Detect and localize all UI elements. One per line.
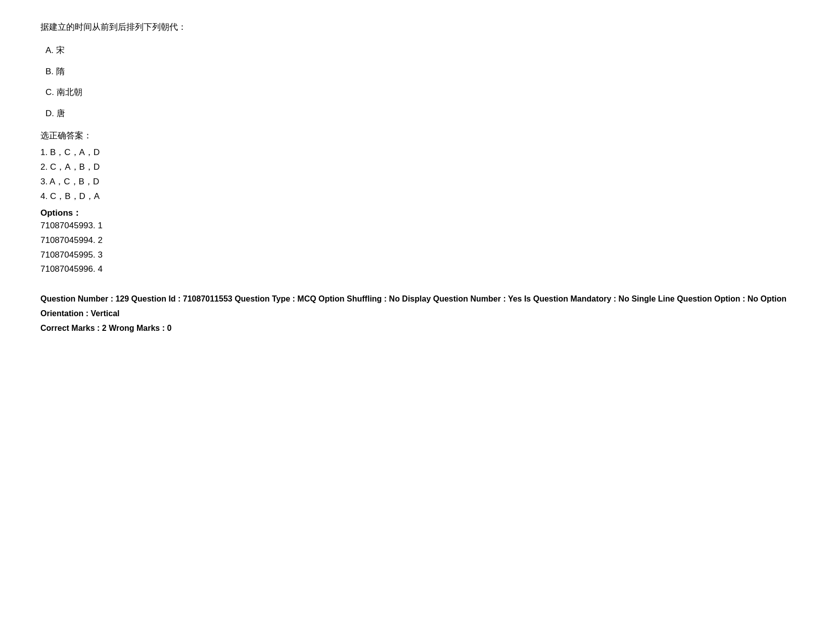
- question-container: 据建立的时间从前到后排列下列朝代： A. 宋 B. 隋 C. 南北朝 D. 唐 …: [40, 20, 794, 336]
- option-ids-list: 71087045993. 1 71087045994. 2 7108704599…: [40, 219, 794, 277]
- answer-1-value: B，C，A，D: [50, 147, 100, 157]
- option-id-1-num: 1: [98, 221, 102, 230]
- answer-3: 3. A，C，B，D: [40, 175, 794, 189]
- option-b: B. 隋: [45, 65, 794, 78]
- option-id-4: 71087045996. 4: [40, 262, 794, 277]
- answer-3-value: A，C，B，D: [50, 177, 99, 186]
- option-a-label: A.: [45, 45, 54, 55]
- answer-3-num: 3.: [40, 177, 48, 186]
- option-id-3-num: 3: [98, 250, 102, 260]
- option-b-label: B.: [45, 67, 54, 76]
- answer-4: 4. C，B，D，A: [40, 189, 794, 204]
- answer-1: 1. B，C，A，D: [40, 145, 794, 160]
- option-c-label: C.: [45, 87, 54, 97]
- option-a-text: 宋: [56, 45, 65, 55]
- answer-list: 1. B，C，A，D 2. C，A，B，D 3. A，C，B，D 4. C，B，…: [40, 145, 794, 204]
- answer-prompt: 选正确答案：: [40, 130, 794, 141]
- meta-block: Question Number : 129 Question Id : 7108…: [40, 292, 794, 335]
- answer-2: 2. C，A，B，D: [40, 160, 794, 175]
- answer-1-num: 1.: [40, 147, 48, 157]
- option-id-3-value: 71087045995.: [40, 250, 96, 260]
- option-id-3: 71087045995. 3: [40, 248, 794, 263]
- meta-line-1: Question Number : 129 Question Id : 7108…: [40, 292, 794, 321]
- option-d-text: 唐: [57, 109, 65, 118]
- option-b-text: 隋: [56, 67, 65, 76]
- options-label: Options：: [40, 207, 794, 219]
- option-c-text: 南北朝: [57, 87, 82, 97]
- option-id-4-value: 71087045996.: [40, 264, 96, 274]
- option-id-2-value: 71087045994.: [40, 235, 96, 245]
- question-intro: 据建立的时间从前到后排列下列朝代：: [40, 20, 794, 34]
- option-id-1: 71087045993. 1: [40, 219, 794, 233]
- option-id-4-num: 4: [98, 264, 102, 274]
- option-id-2-num: 2: [98, 235, 102, 245]
- option-id-2: 71087045994. 2: [40, 233, 794, 248]
- answer-4-num: 4.: [40, 191, 48, 201]
- marks-line: Correct Marks : 2 Wrong Marks : 0: [40, 321, 794, 336]
- option-d: D. 唐: [45, 107, 794, 120]
- option-a: A. 宋: [45, 44, 794, 57]
- option-c: C. 南北朝: [45, 86, 794, 99]
- answer-2-value: C，A，B，D: [50, 162, 100, 172]
- option-d-label: D.: [45, 109, 54, 118]
- option-id-1-value: 71087045993.: [40, 221, 96, 230]
- answer-2-num: 2.: [40, 162, 48, 172]
- answer-4-value: C，B，D，A: [50, 191, 100, 201]
